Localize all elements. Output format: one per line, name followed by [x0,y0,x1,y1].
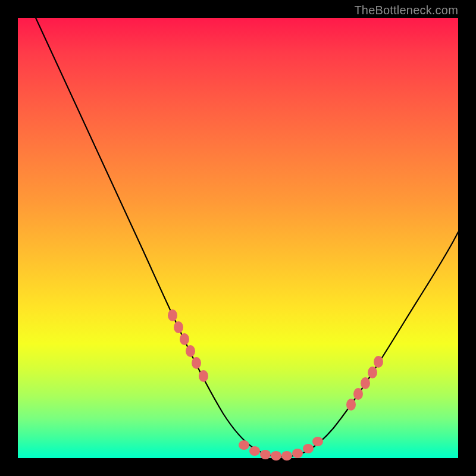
marker-dot [239,440,249,450]
marker-dot [271,451,281,461]
marker-dot [249,446,260,456]
bottleneck-curve [36,18,458,457]
marker-dot [192,357,201,369]
marker-dot [260,450,271,459]
marker-dot [361,377,370,389]
marker-dot [186,345,195,357]
watermark-text: TheBottleneck.com [354,4,458,17]
chart-svg [18,18,458,458]
marker-dot [168,309,177,321]
marker-dot [174,321,183,333]
chart-frame: TheBottleneck.com [0,0,476,476]
marker-dot [292,449,303,458]
marker-dot [353,388,363,400]
marker-dot [312,437,323,446]
marker-dot [180,333,189,345]
marker-dot [281,451,292,461]
curve-markers [168,309,383,461]
marker-dot [374,356,383,368]
marker-dot [199,370,208,382]
marker-dot [368,367,377,378]
plot-area [18,18,458,458]
marker-dot [346,399,356,411]
marker-dot [303,444,314,453]
